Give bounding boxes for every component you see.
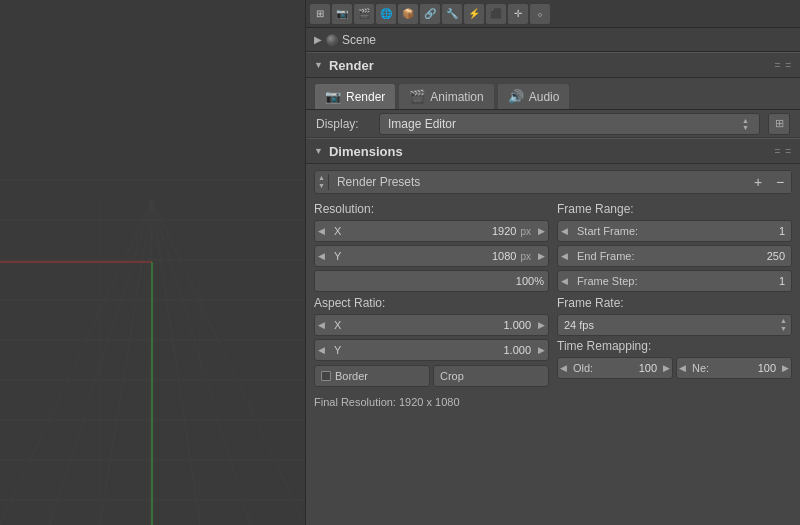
particle-icon[interactable]: ✛ — [508, 4, 528, 24]
resolution-y-field[interactable]: ◀ Y 1080 px ▶ — [314, 245, 549, 267]
aspect-x-left-arrow[interactable]: ◀ — [315, 320, 328, 330]
end-frame-left-arrow[interactable]: ◀ — [558, 251, 571, 261]
res-y-value: 1080 — [352, 250, 520, 262]
res-x-left-arrow[interactable]: ◀ — [315, 226, 328, 236]
render-dots: = = — [775, 60, 792, 71]
physics-icon[interactable]: ⬦ — [530, 4, 550, 24]
aspect-x-label: X — [328, 319, 352, 331]
old-field[interactable]: ◀ Old: 100 ▶ — [557, 357, 673, 379]
render-section-header[interactable]: ▼ Render = = — [306, 52, 800, 78]
res-y-unit: px — [520, 251, 535, 262]
aspect-x-field[interactable]: ◀ X 1.000 ▶ — [314, 314, 549, 336]
tab-audio[interactable]: 🔊 Audio — [497, 83, 571, 109]
res-x-right-arrow[interactable]: ▶ — [535, 226, 548, 236]
res-x-value: 1920 — [352, 225, 520, 237]
anim-tab-icon: 🎬 — [409, 89, 425, 104]
data-icon[interactable]: ⚡ — [464, 4, 484, 24]
framerate-value: 24 fps — [558, 319, 776, 331]
display-icon-btn[interactable]: ⊞ — [768, 113, 790, 135]
dimensions-triangle: ▼ — [314, 146, 323, 156]
ne-right-arrow[interactable]: ▶ — [780, 363, 791, 373]
audio-tab-icon: 🔊 — [508, 89, 524, 104]
resolution-x-field[interactable]: ◀ X 1920 px ▶ — [314, 220, 549, 242]
border-btn[interactable]: Border — [314, 365, 430, 387]
old-left-arrow[interactable]: ◀ — [558, 363, 569, 373]
scene-arrow: ▶ — [314, 34, 322, 45]
framerate-row[interactable]: 24 fps ▲ ▼ — [557, 314, 792, 336]
tab-animation-label: Animation — [430, 90, 483, 104]
res-y-right-arrow[interactable]: ▶ — [535, 251, 548, 261]
res-y-label: Y — [328, 250, 352, 262]
presets-minus-btn[interactable]: − — [769, 171, 791, 193]
res-x-label: X — [328, 225, 352, 237]
time-remap-row: ◀ Old: 100 ▶ ◀ Ne: 100 ▶ — [557, 357, 792, 379]
resolution-title: Resolution: — [314, 202, 549, 216]
end-frame-value: 250 — [751, 250, 791, 262]
start-frame-field[interactable]: ◀ Start Frame: 1 — [557, 220, 792, 242]
obj-icon[interactable]: 📦 — [398, 4, 418, 24]
presets-plus-btn[interactable]: + — [747, 171, 769, 193]
presets-row[interactable]: ▲ ▼ Render Presets + − — [314, 170, 792, 194]
constraint-icon[interactable]: 🔧 — [442, 4, 462, 24]
scene-label: Scene — [342, 33, 376, 47]
display-label: Display: — [316, 117, 371, 131]
tab-audio-label: Audio — [529, 90, 560, 104]
percent-row[interactable]: 100% — [314, 270, 549, 292]
ne-value: 100 — [713, 362, 780, 374]
old-label: Old: — [569, 362, 597, 374]
framerate-arrows: ▲ ▼ — [776, 317, 791, 334]
link-icon[interactable]: 🔗 — [420, 4, 440, 24]
scene-bar[interactable]: ▶ Scene — [306, 28, 800, 52]
dimensions-right-col: Frame Range: ◀ Start Frame: 1 ◀ End Fram… — [557, 202, 792, 413]
ne-left-arrow[interactable]: ◀ — [677, 363, 688, 373]
time-remap-title: Time Remapping: — [557, 339, 792, 353]
frame-step-label: Frame Step: — [571, 275, 751, 287]
dimensions-section-header[interactable]: ▼ Dimensions = = — [306, 138, 800, 164]
render-tab-icon: 📷 — [325, 89, 341, 104]
border-label: Border — [335, 370, 368, 382]
end-frame-field[interactable]: ◀ End Frame: 250 — [557, 245, 792, 267]
aspect-y-right-arrow[interactable]: ▶ — [535, 345, 548, 355]
aspect-x-value: 1.000 — [352, 319, 535, 331]
presets-arrows: ▲ ▼ — [315, 174, 329, 191]
border-crop-row: Border Crop — [314, 365, 549, 387]
dimensions-content: ▲ ▼ Render Presets + − Resolution: ◀ X 1… — [306, 164, 800, 419]
tab-render[interactable]: 📷 Render — [314, 83, 396, 109]
end-frame-label: End Frame: — [571, 250, 751, 262]
aspect-y-value: 1.000 — [352, 344, 535, 356]
start-frame-label: Start Frame: — [571, 225, 751, 237]
dropdown-arrows: ▲ ▼ — [742, 117, 749, 131]
tab-animation[interactable]: 🎬 Animation — [398, 83, 494, 109]
frame-step-field[interactable]: ◀ Frame Step: 1 — [557, 270, 792, 292]
display-dropdown[interactable]: Image Editor ▲ ▼ — [379, 113, 760, 135]
tab-row: 📷 Render 🎬 Animation 🔊 Audio — [306, 78, 800, 110]
frame-rate-title: Frame Rate: — [557, 296, 792, 310]
scene-icon — [326, 34, 338, 46]
world-icon[interactable]: 🌐 — [376, 4, 396, 24]
viewport-grid — [0, 0, 305, 525]
start-frame-left-arrow[interactable]: ◀ — [558, 226, 571, 236]
start-frame-value: 1 — [751, 225, 791, 237]
viewport — [0, 0, 305, 525]
crop-btn[interactable]: Crop — [433, 365, 549, 387]
old-right-arrow[interactable]: ▶ — [661, 363, 672, 373]
aspect-x-right-arrow[interactable]: ▶ — [535, 320, 548, 330]
aspect-y-field[interactable]: ◀ Y 1.000 ▶ — [314, 339, 549, 361]
render-icon[interactable]: 📷 — [332, 4, 352, 24]
grid-icon[interactable]: ⊞ — [310, 4, 330, 24]
display-value: Image Editor — [388, 117, 456, 131]
res-x-unit: px — [520, 226, 535, 237]
aspect-y-left-arrow[interactable]: ◀ — [315, 345, 328, 355]
material-icon[interactable]: ⬛ — [486, 4, 506, 24]
tab-render-label: Render — [346, 90, 385, 104]
border-checkbox[interactable] — [321, 371, 331, 381]
final-res-text: Final Resolution: 1920 x 1080 — [314, 396, 460, 408]
frame-step-left-arrow[interactable]: ◀ — [558, 276, 571, 286]
ne-field[interactable]: ◀ Ne: 100 ▶ — [676, 357, 792, 379]
res-y-left-arrow[interactable]: ◀ — [315, 251, 328, 261]
aspect-y-label: Y — [328, 344, 352, 356]
display-row: Display: Image Editor ▲ ▼ ⊞ — [306, 110, 800, 138]
frame-range-title: Frame Range: — [557, 202, 792, 216]
render-triangle: ▼ — [314, 60, 323, 70]
anim-icon[interactable]: 🎬 — [354, 4, 374, 24]
